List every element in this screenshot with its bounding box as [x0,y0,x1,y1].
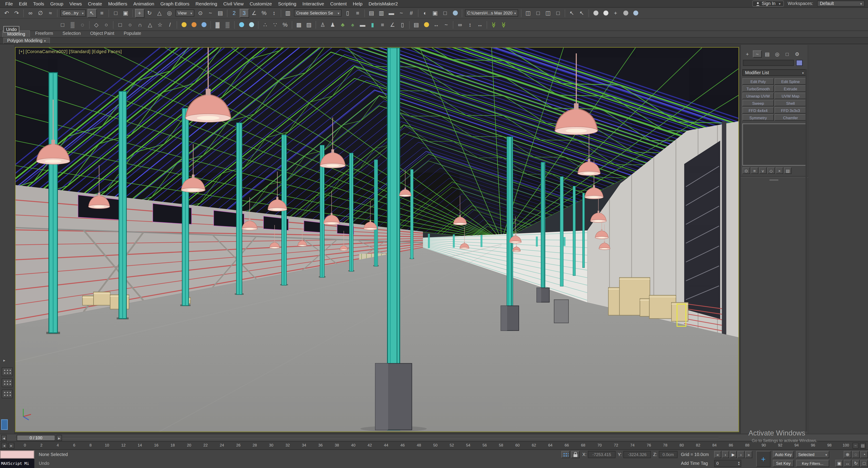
polygon-draw-icon[interactable]: ◇ [92,20,101,29]
x-coordinate-field[interactable]: -7253.415 [588,451,616,458]
unlink-selection-icon[interactable]: ∅ [36,8,45,18]
named-selection-sets-dropdown[interactable]: Create Selection Se▾ [294,9,342,17]
create-ngon-icon[interactable]: △ [145,20,155,29]
graph-icon[interactable]: ~ [441,20,451,29]
menu-group[interactable]: Group [47,0,66,7]
material-editor-icon[interactable]: ◐ [421,8,430,18]
menu-create[interactable]: Create [85,0,105,7]
select-scale-icon[interactable]: △ [155,8,164,18]
track-bar[interactable]: ◂ ▸ 024681012141618202224262830323436384… [0,441,868,449]
isolate-cursor-b-icon[interactable]: ↖ [577,8,587,18]
soft-selection-icon[interactable]: ◌ [78,20,87,29]
select-rotate-icon[interactable]: ↻ [145,8,154,18]
go-to-end-button[interactable]: » [745,451,752,458]
create-circle-icon[interactable]: ○ [125,20,135,29]
remove-modifier-icon[interactable]: ◇ [767,167,775,174]
modifier-button-ffd-3x3x3[interactable]: FFD 3x3x3 [774,107,807,114]
track-bar-mode-icon[interactable]: ▸ [8,443,14,449]
spinner-arrows-icon[interactable]: ▲▼ [738,461,740,466]
wall-icon[interactable]: ▬ [358,20,367,29]
menu-views[interactable]: Views [66,0,85,7]
create-rectangle-icon[interactable]: □ [116,20,125,29]
viewport[interactable]: [+] [CoronaCamera002] [Standard] [Edged … [15,47,739,432]
previous-frame-button[interactable]: ‹ [722,451,729,458]
show-end-result-icon[interactable]: ≡ [751,167,758,174]
modifier-button-unwrap-uvw[interactable]: Unwrap UVW [742,92,774,99]
hatch-fill-icon[interactable]: ▓ [213,20,222,29]
modifier-button-ffd-4x4x4[interactable]: FFD 4x4x4 [742,107,774,114]
edit-named-selections-icon[interactable]: ▥ [283,8,293,18]
viewport-layout-button-3[interactable] [2,389,13,398]
zoom-extents-icon[interactable]: ▣ [835,460,843,467]
zoom-icon[interactable]: ⊕ [844,451,851,458]
y-coordinate-field[interactable]: -3224.326 [623,451,651,458]
slider-right-arrow-icon[interactable]: ▶ [57,435,62,441]
key-mode-dropdown[interactable]: Selected ▾ [796,451,829,458]
configure-modifier-sets-icon[interactable]: ▤ [784,167,792,174]
schematic-view-icon[interactable]: # [407,8,416,18]
render-sphere-a-icon[interactable] [591,8,600,18]
menu-file[interactable]: File [2,0,16,7]
sphere-light-icon[interactable] [189,20,198,29]
workspace-select[interactable]: Default ▾ [817,0,865,6]
viewport-layout-active-tab[interactable] [1,419,8,430]
select-place-icon[interactable]: ◎ [165,8,174,18]
menu-customize[interactable]: Customize [247,0,275,7]
snaps-toggle-3-icon[interactable]: 3 [239,8,249,18]
slider-controls-icon[interactable]: ▤ [412,20,421,29]
key-filters-button[interactable]: Key Filters... [796,460,829,467]
sky-light-icon[interactable] [199,20,209,29]
populate-person-icon[interactable]: ♙ [318,20,328,29]
sun-positioner-icon[interactable] [179,20,188,29]
motion-tab-icon[interactable]: ◎ [773,51,782,58]
percent-snap-icon[interactable]: % [259,8,269,18]
next-frame-button[interactable]: › [737,451,745,458]
isolate-selection-toggle[interactable] [561,451,569,458]
time-slider-track[interactable] [16,437,719,438]
utilities-tab-icon[interactable]: ⚙ [793,51,802,58]
modifier-button-edit-spline[interactable]: Edit Spline [774,78,807,85]
menu-graph-editors[interactable]: Graph Editors [157,0,192,7]
object-name-field[interactable] [743,60,794,66]
workspace-window-c-icon[interactable]: ◫ [544,8,553,18]
modifier-button-symmetry[interactable]: Symmetry [742,114,774,121]
modifier-button-shell[interactable]: Shell [774,100,807,106]
isolate-cursor-a-icon[interactable]: ↖ [567,8,577,18]
menu-scripting[interactable]: Scripting [275,0,299,7]
create-tab-icon[interactable]: + [743,51,752,58]
spinner-snap-icon[interactable]: ↕ [269,8,279,18]
modify-tab-icon[interactable]: ~ [753,51,762,58]
snowflake-icon[interactable] [237,20,246,29]
photometric-a-icon[interactable]: ▩ [294,20,304,29]
hierarchy-tab-icon[interactable]: ▤ [763,51,772,58]
column-icon[interactable]: ▮ [368,20,377,29]
ribbon-tab-populate[interactable]: Populate [119,31,146,37]
snaps-toggle-2-icon[interactable]: 2 [229,8,239,18]
field-of-view-icon[interactable]: ◔ [860,451,868,458]
select-object-icon[interactable]: ↖ [87,8,97,18]
keyboard-override-icon[interactable]: ▤ [216,8,225,18]
arrows-horizontal-icon[interactable]: ↔ [475,20,485,29]
menu-rendering[interactable]: Rendering [192,0,220,7]
ribbon-tab-freeform[interactable]: Freeform [31,31,58,37]
randomize-icon[interactable]: % [280,20,290,29]
lasso-icon[interactable]: ○ [101,20,111,29]
object-color-swatch[interactable] [796,60,803,66]
photometric-b-icon[interactable]: ▨ [304,20,314,29]
link-chain-icon[interactable]: ∞ [455,20,465,29]
bind-to-spacewarp-icon[interactable]: ≈ [46,8,55,18]
auto-key-button[interactable]: Auto Key [773,451,794,458]
set-key-button[interactable]: Set Key [773,460,794,467]
modifier-button-sweep[interactable]: Sweep [742,100,774,106]
panel-scrollbar[interactable] [805,69,807,432]
polygon-modeling-tab[interactable]: Polygon Modeling ▾ [3,38,50,44]
menu-debrismaker2[interactable]: DebrisMaker2 [366,0,401,7]
grid-fill-icon[interactable]: ▒ [223,20,232,29]
daylight-icon[interactable] [422,20,431,29]
undo-icon[interactable]: ↶ [2,8,11,18]
select-by-name-icon[interactable]: ≡ [97,8,107,18]
modifier-list-dropdown[interactable]: Modifier List ▾ [742,69,807,76]
workspace-window-d-icon[interactable]: □ [553,8,563,18]
layout-expand-icon[interactable]: ▸ [3,358,5,363]
rectangular-selection-icon[interactable]: □ [111,8,121,18]
